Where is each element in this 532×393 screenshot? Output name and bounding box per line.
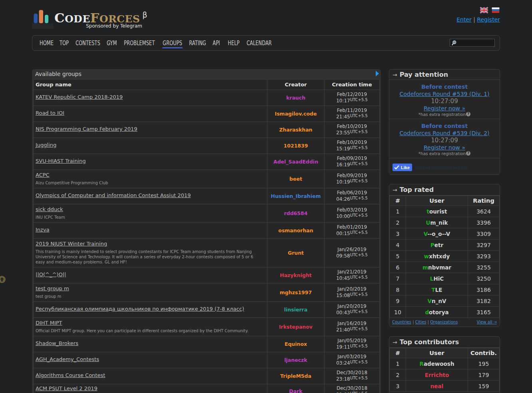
group-name-link[interactable]: SVU-HIAST Training bbox=[36, 158, 86, 164]
uk-flag-icon[interactable] bbox=[480, 7, 488, 14]
enter-link[interactable]: Enter bbox=[456, 16, 472, 23]
group-name-link[interactable]: Shadow_Brokers bbox=[36, 340, 78, 346]
user-link[interactable]: mnbvmar bbox=[422, 264, 451, 271]
user-link[interactable]: dotorya bbox=[425, 309, 448, 315]
user-link[interactable]: Errichto bbox=[425, 372, 449, 378]
user-cell: wxhtxdy bbox=[406, 251, 468, 262]
group-name-link[interactable]: ||O(^_^)O|| bbox=[36, 271, 66, 277]
group-name-link[interactable]: test group m bbox=[36, 285, 69, 291]
creator-link[interactable]: Zharaskhan bbox=[279, 127, 313, 133]
creation-clock: 21:45UTC+5.5 bbox=[325, 114, 379, 120]
logo-bar-blue bbox=[34, 14, 38, 23]
user-link[interactable]: Petr bbox=[430, 242, 443, 248]
scroll-to-top-button[interactable] bbox=[0, 276, 6, 283]
group-name-link[interactable]: DIHT MIPT bbox=[36, 320, 62, 326]
user-link[interactable]: LHiC bbox=[430, 275, 444, 282]
group-creation-time-cell: Dec/30/201823:18UTC+5.5 bbox=[325, 368, 380, 384]
register-now-link[interactable]: Register now » bbox=[424, 144, 465, 151]
creator-link[interactable]: Adel_SaadEddin bbox=[273, 159, 318, 165]
user-link[interactable]: Um_nik bbox=[426, 219, 448, 226]
creator-link[interactable]: osmanorhan bbox=[278, 227, 313, 233]
group-name-link[interactable]: Olympics of Computer and information Con… bbox=[36, 192, 191, 198]
search-input[interactable] bbox=[457, 39, 494, 46]
creator-link[interactable]: beet bbox=[289, 176, 302, 182]
sponsored-by-telegram: Sponsored by Telegram bbox=[86, 23, 142, 29]
user-link[interactable]: Vn_nV bbox=[428, 298, 446, 304]
user-link[interactable]: V--o_o--V bbox=[424, 231, 450, 237]
ru-flag-icon[interactable] bbox=[491, 7, 500, 14]
creator-link[interactable]: 1021839 bbox=[284, 143, 308, 149]
question-mark-icon[interactable]: ? bbox=[466, 151, 470, 156]
menu-item-rating[interactable]: RATING bbox=[189, 36, 206, 50]
creator-link[interactable]: Equinox bbox=[285, 341, 307, 347]
menu-item-api[interactable]: API bbox=[213, 36, 220, 50]
group-name-link[interactable]: ACPC bbox=[36, 172, 50, 178]
creator-link[interactable]: Hussien_Ibrahiem bbox=[271, 193, 321, 199]
menu-item-help[interactable]: HELP bbox=[228, 36, 239, 50]
group-name-link[interactable]: Inzva bbox=[36, 227, 50, 233]
menu-item-problemset[interactable]: PROBLEMSET bbox=[124, 36, 155, 50]
like-button[interactable]: Like bbox=[393, 164, 412, 171]
register-now-link[interactable]: Register now » bbox=[424, 105, 465, 112]
menu-item-home[interactable]: HOME bbox=[40, 36, 54, 50]
contest-countdown: 10:27:09 bbox=[389, 98, 500, 105]
menu-item-top[interactable]: TOP bbox=[60, 36, 69, 50]
creator-link[interactable]: Ismagilov.code bbox=[275, 111, 317, 117]
group-name-link[interactable]: AGH_Academy_Contests bbox=[36, 356, 99, 362]
group-name-cell: test group mtest group m bbox=[34, 283, 267, 302]
group-name-link[interactable]: Juggling bbox=[36, 142, 56, 148]
creator-link[interactable]: krauch bbox=[286, 95, 305, 101]
timezone-label: UTC+5.5 bbox=[350, 114, 368, 118]
auth-links: Enter | Register bbox=[456, 16, 500, 23]
group-creation-time-cell: Feb/06/201904:26UTC+5.5 bbox=[325, 188, 380, 204]
register-line: Register now » bbox=[389, 144, 500, 151]
top-rated-column-header: User bbox=[406, 196, 468, 206]
user-link[interactable]: TLE bbox=[431, 287, 442, 293]
group-name-link[interactable]: Road to IOI bbox=[36, 110, 64, 116]
group-name-link[interactable]: 2019 NJUST Winter Training bbox=[36, 241, 107, 247]
footer-link-countries[interactable]: Countries bbox=[392, 320, 411, 324]
menu-item-contests[interactable]: CONTESTS bbox=[76, 36, 100, 50]
contest-link[interactable]: Codeforces Round #539 (Div. 1) bbox=[399, 91, 489, 97]
group-name-link[interactable]: sick dduck bbox=[36, 206, 63, 212]
group-name-link[interactable]: NIS Programming Camp February 2019 bbox=[36, 126, 137, 132]
creator-link[interactable]: mghzs1997 bbox=[280, 289, 312, 295]
top-rated-column-header: Rating bbox=[468, 196, 500, 206]
group-name-link[interactable]: Республиканская олимпиада школьников по … bbox=[36, 306, 244, 312]
group-creation-time-cell: Jan/26/201909:58UTC+5.5 bbox=[325, 239, 380, 267]
group-creation-time-cell: Feb/10/201915:19UTC+5.5 bbox=[325, 138, 380, 154]
creation-clock: 23:55UTC+5.5 bbox=[325, 130, 379, 136]
footer-link-cities[interactable]: Cities bbox=[415, 320, 426, 324]
user-link[interactable]: tourist bbox=[426, 208, 447, 215]
creator-link[interactable]: Grunt bbox=[288, 250, 304, 256]
user-link[interactable]: Radewoosh bbox=[419, 361, 454, 367]
expand-arrow-icon[interactable] bbox=[376, 71, 379, 76]
menu-item-calendar[interactable]: CALENDAR bbox=[247, 36, 272, 50]
footer-link-organizations[interactable]: Organizations bbox=[430, 320, 458, 324]
top-contributors-row: 3neal159 bbox=[390, 381, 500, 392]
creator-link[interactable]: Hazyknight bbox=[280, 272, 312, 278]
register-link[interactable]: Register bbox=[477, 16, 500, 23]
menu-item-groups[interactable]: GROUPS bbox=[163, 36, 182, 50]
user-link[interactable]: neal bbox=[430, 383, 444, 389]
menu-item-gym[interactable]: GYM bbox=[107, 36, 117, 50]
group-row: Juggling1021839Feb/10/201915:19UTC+5.5 bbox=[34, 138, 380, 154]
question-mark-icon[interactable]: ? bbox=[466, 112, 470, 116]
group-creator-cell: Grunt bbox=[267, 239, 325, 267]
codeforces-logo[interactable] bbox=[34, 10, 50, 25]
user-link[interactable]: wxhtxdy bbox=[424, 253, 450, 259]
view-all-link[interactable]: View all → bbox=[477, 320, 497, 324]
creator-link[interactable]: ljaneczk bbox=[284, 357, 307, 363]
group-name-link[interactable]: Algorithms Course Contest bbox=[36, 372, 105, 378]
creator-link[interactable]: Irkstepanov bbox=[279, 324, 313, 330]
creator-link[interactable]: TripleM5da bbox=[280, 373, 311, 379]
creator-link[interactable]: rdd6584 bbox=[284, 210, 308, 216]
group-row: InzvaosmanorhanFeb/01/201900:15UTC+5.5 bbox=[34, 223, 380, 239]
group-name-link[interactable]: ACM PSUT Level 2 2019 bbox=[36, 385, 98, 391]
creation-clock: 15:19UTC+5.5 bbox=[325, 146, 379, 152]
creator-link[interactable]: linsierra bbox=[284, 307, 307, 313]
contest-link[interactable]: Codeforces Round #539 (Div. 2) bbox=[399, 130, 489, 136]
group-name-link[interactable]: KATEV Republic Camp 2018-2019 bbox=[36, 94, 123, 100]
group-subtitle: This training is mainly intended to sele… bbox=[36, 249, 259, 265]
creator-link[interactable]: Dark bbox=[289, 388, 302, 393]
